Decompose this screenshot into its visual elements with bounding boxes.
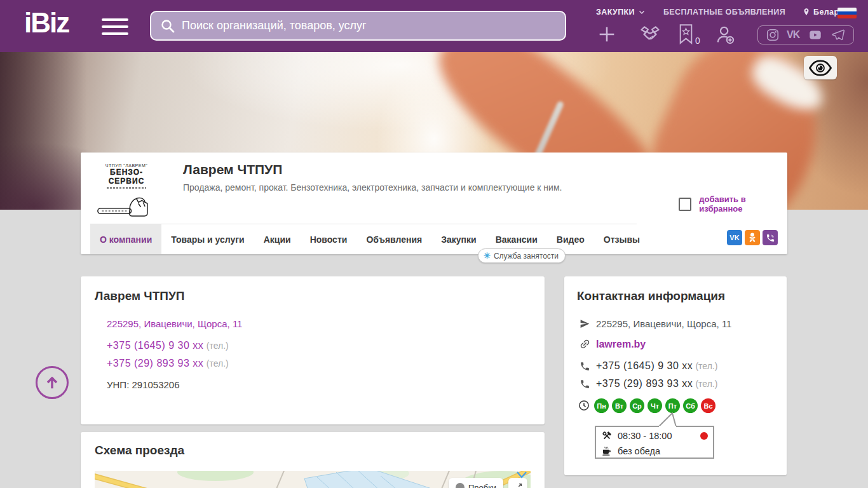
tools-icon [601,430,613,442]
about-phone-1[interactable]: +375 (1645) 9 30 хх (тел.) [107,340,229,351]
about-title: Лаврем ЧТПУП [95,289,184,303]
contacts-website-row: lawrem.by [578,338,646,350]
day-badge-Вт[interactable]: Вт [612,398,627,413]
map-marker-chevron [516,471,527,479]
schedule-popup: 08:30 - 18:00 без обеда [595,426,714,459]
about-address-link[interactable]: 225295, Ивацевичи, Щорса, 11 [107,318,242,329]
contacts-address-row: 225295, Ивацевичи, Щорса, 11 [578,318,731,329]
about-card: Лаврем ЧТПУП 225295, Ивацевичи, Щорса, 1… [81,276,545,424]
chevron-down-icon [638,8,646,16]
viber-icon[interactable] [763,230,778,245]
company-description: Продажа, ремонт, прокат. Бензотехника, э… [183,182,641,193]
company-header-card: ЧТПУП "ЛАВРЕМ" БЕНЗО-СЕРВИС Лаврем ЧТПУП… [81,152,787,254]
top-nav: ЗАКУПКИ БЕСПЛАТНЫЕ ОБЪЯВЛЕНИЯ Беларусь [596,8,853,17]
day-badge-Вс[interactable]: Вс [701,398,715,413]
favorite-checkbox[interactable] [679,198,691,211]
work-hours: 08:30 - 18:00 [618,431,672,441]
lunch-info: без обеда [618,446,660,456]
tab-purchases[interactable]: Закупки [431,224,485,254]
map[interactable]: Пробки [95,471,531,488]
bookmarks-count: 0 [695,36,700,46]
odnoklassniki-icon[interactable] [745,230,760,245]
company-logo: ЧТПУП "ЛАВРЕМ" БЕНЗО-СЕРВИС [95,159,158,219]
company-social-links: VK [727,230,778,245]
tab-products[interactable]: Товары и услуги [161,224,254,254]
phone-icon [580,379,590,390]
contacts-card: Контактная информация 225295, Ивацевичи,… [564,276,787,475]
about-phone-2[interactable]: +375 (29) 893 93 хх (тел.) [107,358,229,369]
contacts-phone-row-1[interactable]: +375 (1645) 9 30 хх (тел.) [578,360,717,372]
clock-icon [578,400,590,411]
navigation-arrow-icon [580,318,590,329]
day-badge-Ср[interactable]: Ср [630,398,644,413]
contacts-phone-row-2[interactable]: +375 (29) 893 93 хх (тел.) [578,378,717,390]
header-social-bar: VK [757,25,854,44]
coffee-cup-icon [601,445,613,457]
map-title: Схема проезда [95,444,184,458]
tab-reviews[interactable]: Отзывы [594,224,649,254]
tab-news[interactable]: Новости [301,224,357,254]
tab-promos[interactable]: Акции [254,224,301,254]
vk-icon[interactable]: VK [727,230,742,245]
tab-ads[interactable]: Объявления [356,224,431,254]
company-name: Лаврем ЧТПУП [183,162,282,177]
company-unp: УНП: 291053206 [107,379,180,390]
vk-icon[interactable]: VK [787,29,799,41]
menu-burger-icon[interactable] [102,18,128,35]
add-icon[interactable] [596,24,618,45]
eye-icon [809,60,832,76]
arrow-up-icon [43,374,61,391]
search-bar [150,11,566,41]
map-card: Схема проезда [81,432,545,488]
traffic-button[interactable]: Пробки [449,478,503,488]
day-badge-Чт[interactable]: Чт [648,398,662,413]
nav-purchases[interactable]: ЗАКУПКИ [596,8,646,17]
site-logo[interactable]: iBiz [24,9,69,37]
day-badge-Пн[interactable]: Пн [594,398,609,413]
traffic-icon [456,483,465,488]
chainsaw-icon [97,189,156,219]
expand-icon [513,482,523,488]
phone-icon [580,361,590,372]
tab-about[interactable]: О компании [90,224,161,254]
russia-flag-icon[interactable] [837,8,857,18]
header-icons: 0 VK [591,23,855,47]
youtube-icon[interactable] [807,28,824,42]
bookmark-star-icon[interactable] [677,24,695,44]
telegram-icon[interactable] [831,28,846,42]
vacancy-tooltip: ✳ Служба занятости [478,248,566,263]
day-badge-Пт[interactable]: Пт [665,398,680,413]
location-pin-icon [802,8,811,17]
header: iBiz ЗАКУПКИ БЕСПЛАТНЫЕ ОБЪЯВЛЕНИЯ Белар… [0,0,868,52]
day-badge-Сб[interactable]: Сб [683,398,698,413]
nav-free-ads[interactable]: БЕСПЛАТНЫЕ ОБЪЯВЛЕНИЯ [663,8,785,17]
website-link[interactable]: lawrem.by [596,339,646,350]
page: iBiz ЗАКУПКИ БЕСПЛАТНЫЕ ОБЪЯВЛЕНИЯ Белар… [0,0,868,488]
map-fullscreen-button[interactable] [508,478,527,488]
scroll-top-button[interactable] [36,366,69,399]
add-to-favorites[interactable]: добавить в избранное [679,194,787,214]
search-icon [160,18,175,34]
working-days: ПнВтСрЧтПтСбВс [594,398,715,413]
user-add-icon[interactable] [714,24,736,46]
search-input[interactable] [182,19,556,32]
handshake-icon[interactable] [638,25,662,45]
instagram-icon[interactable] [766,28,780,42]
employment-service-icon: ✳ [484,251,491,261]
link-icon [579,338,591,350]
accessibility-version-button[interactable] [804,56,837,79]
contacts-title: Контактная информация [577,289,725,303]
logo-tagline-decor [107,187,146,189]
schedule-pointer [653,412,685,427]
favorite-label: добавить в избранное [699,194,787,214]
status-dot [700,432,708,440]
